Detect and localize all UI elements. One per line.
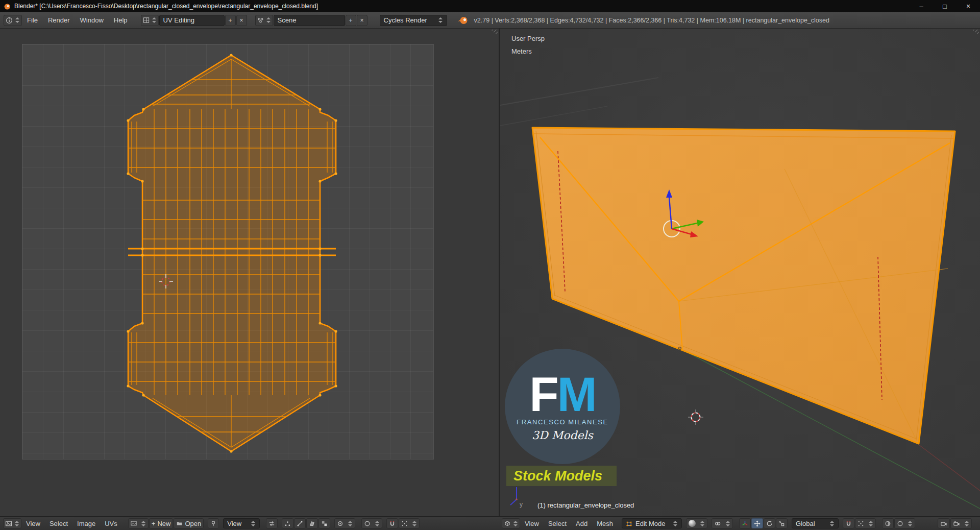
pin-image-button[interactable] <box>208 518 219 528</box>
camera-render-icon <box>940 520 947 527</box>
magnet-icon <box>389 520 396 527</box>
screen-layout-selector: UV Editing + × <box>141 15 247 26</box>
sticky-selection-dropdown[interactable] <box>334 518 355 528</box>
dropdown-arrows-icon <box>141 521 146 526</box>
camera-anim-icon <box>953 520 960 527</box>
manipulator-translate-button[interactable] <box>751 518 763 528</box>
scene-selector: Scene + × <box>255 15 368 26</box>
scene-field[interactable]: Scene <box>274 15 345 26</box>
title-bar: Blender* [C:\Users\Francesco-Fisso\Deskt… <box>0 0 980 12</box>
occlude-geometry-button[interactable] <box>882 518 894 528</box>
v3d-menu-mesh[interactable]: Mesh <box>592 517 618 530</box>
snap-mode-dropdown[interactable] <box>399 518 420 528</box>
island-select-icon <box>321 520 328 527</box>
manipulator-toggle-button[interactable] <box>739 518 751 528</box>
mode-dropdown[interactable]: Edit Mode <box>622 518 682 528</box>
pivot-point-dropdown[interactable] <box>712 518 733 528</box>
opengl-render-anim-button[interactable] <box>950 518 972 528</box>
minimize-button[interactable]: – <box>910 0 933 12</box>
screen-layout-field[interactable]: UV Editing <box>159 15 225 26</box>
delete-layout-button[interactable]: × <box>236 15 247 26</box>
dropdown-arrows-icon <box>412 521 417 526</box>
info-icon <box>6 17 13 24</box>
new-image-button[interactable]: + New <box>149 518 174 528</box>
delete-scene-button[interactable]: × <box>357 15 368 26</box>
editor-type-info-button[interactable] <box>4 15 22 26</box>
uv-menu-uvs[interactable]: UVs <box>100 517 122 530</box>
uv-menu-image[interactable]: Image <box>72 517 100 530</box>
uv-mode-dropdown[interactable]: View <box>223 518 260 528</box>
active-object-overlay: (1) rectangular_envelope_closed <box>537 501 634 509</box>
close-button[interactable]: × <box>957 0 980 12</box>
dropdown-arrows-icon <box>348 521 353 526</box>
menu-window[interactable]: Window <box>75 12 109 28</box>
magnet-icon <box>845 520 852 527</box>
logo-tagline: 3D Models <box>532 429 593 442</box>
uv-image-editor[interactable] <box>0 29 499 516</box>
3d-viewport[interactable]: F M FRANCESCO MILANESE 3D Models Stock M… <box>500 29 980 516</box>
sync-arrows-icon <box>268 520 275 527</box>
3d-cursor <box>688 409 703 425</box>
translate-icon <box>754 520 761 527</box>
face-select-icon <box>309 520 315 527</box>
dropdown-arrows-icon <box>700 521 705 526</box>
maximize-button[interactable]: □ <box>933 0 957 12</box>
scene-browse-button[interactable] <box>255 15 273 26</box>
add-scene-button[interactable]: + <box>346 15 356 26</box>
uv-menu-view[interactable]: View <box>21 517 45 530</box>
render-engine-dropdown[interactable]: Cycles Render <box>380 15 447 26</box>
transform-orientation-dropdown[interactable]: Global <box>792 518 839 528</box>
screen-layout-browse-button[interactable] <box>141 15 159 26</box>
dropdown-arrows-icon <box>513 521 518 526</box>
snap-increment-icon <box>401 520 408 527</box>
sticky-select-icon <box>337 520 344 527</box>
select-mode-face-button[interactable] <box>306 518 318 528</box>
folder-icon <box>176 520 183 526</box>
v3d-menu-view[interactable]: View <box>520 517 544 530</box>
menu-file[interactable]: File <box>22 12 43 28</box>
v3d-menu-select[interactable]: Select <box>544 517 571 530</box>
select-mode-vertex-button[interactable] <box>282 518 293 528</box>
blender-app-icon <box>3 3 11 10</box>
window-title: Blender* [C:\Users\Francesco-Fisso\Deskt… <box>14 3 318 10</box>
mini-axis-gizmo: y <box>507 482 533 509</box>
opengl-render-still-button[interactable] <box>938 518 950 528</box>
info-header: File Render Window Help UV Editing + × <box>0 12 980 29</box>
manipulator-rotate-button[interactable] <box>764 518 775 528</box>
snap-toggle-button[interactable] <box>386 518 398 528</box>
dropdown-arrows-icon <box>908 521 913 526</box>
dropdown-arrows-icon <box>869 521 873 526</box>
dropdown-arrows-icon <box>375 521 380 526</box>
3d-view-icon <box>504 520 511 527</box>
menu-help[interactable]: Help <box>109 12 133 28</box>
select-mode-island-button[interactable] <box>318 518 330 528</box>
plus-icon: + <box>152 520 156 527</box>
manipulator-axis-icon <box>742 520 748 527</box>
snap-toggle-button[interactable] <box>843 518 854 528</box>
uv-sync-selection-toggle[interactable] <box>266 518 278 528</box>
proportional-edit-dropdown[interactable] <box>894 518 915 528</box>
browse-image-button[interactable] <box>128 518 149 528</box>
snap-element-dropdown[interactable] <box>855 518 876 528</box>
manipulator-scale-button[interactable] <box>776 518 788 528</box>
pin-icon <box>210 520 216 527</box>
browse-image-icon <box>131 520 137 526</box>
proportional-edit-icon <box>364 520 371 527</box>
editor-resize-grip[interactable] <box>972 30 979 36</box>
proportional-edit-dropdown[interactable] <box>361 518 382 528</box>
watermark-logo: F M FRANCESCO MILANESE 3D Models <box>505 349 620 464</box>
editor-type-button-image[interactable] <box>3 518 21 528</box>
v3d-menu-add[interactable]: Add <box>571 517 592 530</box>
editor-resize-grip[interactable] <box>491 30 498 36</box>
shading-sphere-icon <box>689 520 696 527</box>
uv-menu-select[interactable]: Select <box>45 517 72 530</box>
layout-grid-icon <box>143 17 150 23</box>
select-mode-edge-button[interactable] <box>294 518 306 528</box>
editor-type-button-3d[interactable] <box>502 518 520 528</box>
rotate-icon <box>766 520 773 527</box>
viewport-shading-dropdown[interactable] <box>686 518 707 528</box>
edit-mode-icon <box>626 520 632 527</box>
menu-render[interactable]: Render <box>43 12 75 28</box>
open-image-button[interactable]: Open <box>174 518 204 528</box>
add-layout-button[interactable]: + <box>225 15 236 26</box>
